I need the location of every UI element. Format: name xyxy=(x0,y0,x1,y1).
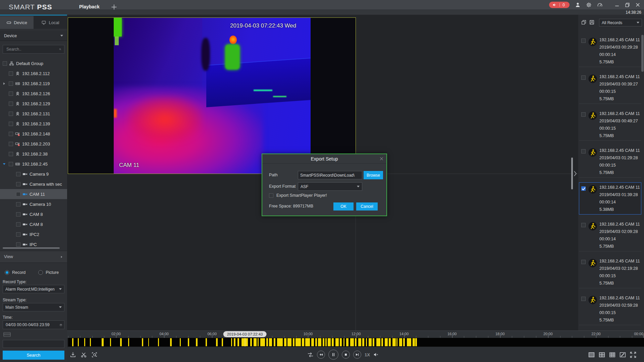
record-segment[interactable] xyxy=(180,338,181,346)
record-segment[interactable] xyxy=(328,338,331,346)
gear-icon[interactable] xyxy=(586,2,592,8)
panel-scrollbar-thumb[interactable] xyxy=(571,158,573,189)
record-segment[interactable] xyxy=(250,338,252,346)
search-button[interactable]: Search xyxy=(3,351,64,360)
tree-item-camera-9[interactable]: Camera 9 xyxy=(0,169,67,179)
tab-device[interactable]: Device xyxy=(0,16,34,29)
card-icon[interactable] xyxy=(3,332,11,337)
layout-custom-icon[interactable] xyxy=(619,351,626,358)
record-segment[interactable] xyxy=(323,338,324,346)
tree-item-192-168-2-126[interactable]: 192.168.2.126 xyxy=(0,88,67,99)
timeline-band[interactable] xyxy=(68,338,644,347)
collapse-panel-icon[interactable] xyxy=(573,170,577,177)
group-selector[interactable]: Device xyxy=(0,31,67,41)
record-segment[interactable] xyxy=(366,338,367,346)
record-segment[interactable] xyxy=(102,338,104,346)
tree-item-192-168-2-203[interactable]: 192.168.2.203 xyxy=(0,139,67,149)
timeline-ruler[interactable]: 02:0004:0006:0010:0012:0014:0016:0018:00… xyxy=(67,330,644,338)
tree-item-cam-8[interactable]: CAM 8 xyxy=(0,209,67,219)
record-segment[interactable] xyxy=(120,338,122,346)
tree-checkbox[interactable] xyxy=(16,232,20,237)
record-item[interactable]: 192.168.2.45 CAM 112019/04/03 02:09:2800… xyxy=(579,219,641,251)
tree-checkbox[interactable] xyxy=(9,81,13,86)
rewind-button[interactable] xyxy=(317,351,325,359)
tree-item-192-168-2-119[interactable]: 192.168.2.119 xyxy=(0,78,67,88)
record-segment[interactable] xyxy=(318,338,321,346)
record-segment[interactable] xyxy=(396,338,397,346)
record-segment[interactable] xyxy=(158,338,159,346)
restore-icon[interactable] xyxy=(625,2,630,8)
record-segment[interactable] xyxy=(389,338,390,346)
tree-item-camera-10[interactable]: Camera 10 xyxy=(0,199,67,209)
record-segment[interactable] xyxy=(296,338,301,346)
record-segment[interactable] xyxy=(274,338,275,346)
record-item[interactable]: 192.168.2.45 CAM 112019/04/03 00:49:2700… xyxy=(579,109,641,141)
record-segment[interactable] xyxy=(284,338,286,346)
tree-item-cam-11[interactable]: CAM 11 xyxy=(0,189,67,199)
expand-expanded-icon[interactable] xyxy=(2,162,6,166)
tree-checkbox[interactable] xyxy=(9,92,13,96)
tree-checkbox[interactable] xyxy=(9,162,13,166)
current-time-badge[interactable]: 2019-04-03 07:22:43 xyxy=(223,331,267,337)
dashboard-icon[interactable] xyxy=(597,2,603,8)
record-segment[interactable] xyxy=(188,338,189,346)
tree-checkbox[interactable] xyxy=(16,202,20,206)
record-segment[interactable] xyxy=(260,338,265,346)
view-section-header[interactable]: View xyxy=(0,251,67,263)
tab-playback[interactable]: Playback xyxy=(79,4,100,9)
record-segment[interactable] xyxy=(72,338,73,346)
layout-nine-icon[interactable] xyxy=(609,351,616,358)
add-tab-icon[interactable] xyxy=(111,4,117,10)
record-segment[interactable] xyxy=(305,338,310,346)
record-segment[interactable] xyxy=(287,338,291,346)
record-segment[interactable] xyxy=(293,338,294,346)
record-segment[interactable] xyxy=(196,338,198,346)
tree-item-default-group[interactable]: Default Group xyxy=(0,58,67,68)
sync-playback-icon[interactable] xyxy=(307,352,314,358)
stream-type-select[interactable]: Main Stream xyxy=(3,303,64,311)
record-item[interactable]: 192.168.2.45 CAM 112019/04/03 00:29:2800… xyxy=(579,35,641,67)
tree-checkbox[interactable] xyxy=(16,242,20,247)
record-segment[interactable] xyxy=(376,338,380,346)
close-icon[interactable] xyxy=(635,2,641,8)
record-segment[interactable] xyxy=(403,338,405,346)
tree-checkbox[interactable] xyxy=(9,132,13,136)
tree-item-cam-8[interactable]: CAM 8 xyxy=(0,219,67,229)
record-segment[interactable] xyxy=(355,338,357,346)
record-segment[interactable] xyxy=(413,338,415,346)
ok-button[interactable]: OK xyxy=(333,202,354,210)
record-segment[interactable] xyxy=(234,338,235,346)
tab-local[interactable]: Local xyxy=(34,16,67,29)
tree-checkbox[interactable] xyxy=(16,222,20,227)
record-checkbox[interactable] xyxy=(581,186,586,191)
record-segment[interactable] xyxy=(332,338,333,346)
tree-checkbox[interactable] xyxy=(3,61,7,66)
clip-scissors-icon[interactable] xyxy=(80,352,87,358)
record-segment[interactable] xyxy=(84,338,85,346)
record-item[interactable]: 192.168.2.45 CAM 112019/04/03 00:39:2700… xyxy=(579,72,641,104)
dialog-close-icon[interactable] xyxy=(379,157,384,161)
record-segment[interactable] xyxy=(343,338,344,346)
record-segment[interactable] xyxy=(302,338,304,346)
tree-item-192-168-2-139[interactable]: 192.168.2.139 xyxy=(0,119,67,129)
download-icon[interactable] xyxy=(70,352,76,358)
record-segment[interactable] xyxy=(142,338,143,346)
tree-checkbox[interactable] xyxy=(9,152,13,156)
tree-checkbox[interactable] xyxy=(9,71,13,76)
record-segment[interactable] xyxy=(222,338,223,346)
record-checkbox[interactable] xyxy=(581,149,586,154)
record-item[interactable]: 192.168.2.45 CAM 112019/04/03 01:39:2800… xyxy=(579,182,641,215)
tree-checkbox[interactable] xyxy=(16,192,20,196)
browse-button[interactable]: Browse xyxy=(364,171,383,179)
tree-item-ipc2[interactable]: IPC2 xyxy=(0,229,67,239)
record-segment[interactable] xyxy=(128,338,129,346)
record-segment[interactable] xyxy=(231,338,232,346)
record-segment[interactable] xyxy=(78,338,79,346)
record-segment[interactable] xyxy=(237,338,239,346)
minimize-icon[interactable] xyxy=(614,2,620,8)
record-segment[interactable] xyxy=(358,338,361,346)
record-segment[interactable] xyxy=(254,338,257,346)
user-icon[interactable] xyxy=(575,2,581,8)
alarm-badge[interactable]: 0 xyxy=(549,2,570,8)
tree-checkbox[interactable] xyxy=(16,212,20,217)
